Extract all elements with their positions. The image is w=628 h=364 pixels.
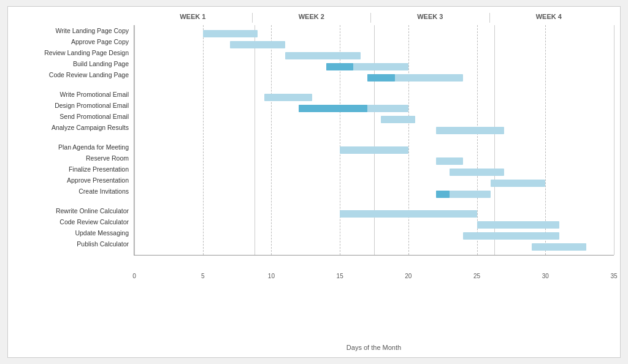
task-label: Design Promotional Email — [14, 100, 134, 111]
task-label: Approve Presentation — [14, 175, 134, 186]
gantt-bar — [436, 127, 505, 134]
task-label: Create Invitations — [14, 186, 134, 197]
gantt-bar-inner — [326, 63, 354, 70]
gantt-bar — [532, 243, 586, 251]
week-4-label: WEEK 4 — [490, 13, 608, 23]
gantt-bar — [491, 180, 545, 187]
task-label: Publish Calculator — [14, 238, 134, 249]
task-labels: Write Landing Page CopyApprove Page Copy… — [14, 25, 134, 256]
x-axis-label: Days of the Month — [134, 344, 614, 351]
gantt-bar — [450, 169, 504, 176]
x-tick-30: 30 — [542, 273, 549, 279]
task-label: Code Review Calculator — [14, 216, 134, 227]
task-label: Write Promotional Email — [14, 89, 134, 100]
task-label: Update Messaging — [14, 227, 134, 238]
task-label: Reserve Room — [14, 153, 134, 164]
week-header-row: WEEK 1 WEEK 2 WEEK 3 WEEK 4 — [134, 13, 608, 23]
gantt-bar — [299, 105, 408, 112]
gantt-bar — [230, 41, 285, 48]
task-label: Code Review Landing Page — [14, 69, 134, 80]
task-label: Send Promotional Email — [14, 111, 134, 122]
gantt-bar — [340, 210, 477, 218]
gantt-bar — [264, 94, 312, 101]
x-tick-10: 10 — [268, 273, 275, 279]
x-tick-35: 35 — [610, 273, 617, 279]
x-tick-20: 20 — [405, 273, 412, 279]
task-label: Finalize Presentation — [14, 164, 134, 175]
gantt-bar — [326, 63, 408, 70]
task-label: Rewrite Online Calculator — [14, 205, 134, 216]
gantt-bar-inner — [299, 105, 367, 112]
week-2-label: WEEK 2 — [253, 13, 372, 23]
task-label: Build Landing Page — [14, 58, 134, 69]
chart-body: Write Landing Page CopyApprove Page Copy… — [14, 25, 614, 340]
gantt-bar — [436, 191, 491, 198]
task-label: Plan Agenda for Meeting — [14, 142, 134, 153]
gantt-bar — [463, 232, 559, 240]
gantt-bar — [477, 221, 559, 229]
task-label: Write Landing Page Copy — [14, 25, 134, 36]
gantt-bars-area: 05101520253035 — [134, 25, 614, 256]
gantt-bar — [203, 30, 258, 37]
task-label: Approve Page Copy — [14, 36, 134, 47]
x-tick-5: 5 — [201, 273, 205, 279]
gantt-bar-inner — [436, 191, 450, 198]
week-1-label: WEEK 1 — [134, 13, 253, 23]
x-tick-25: 25 — [473, 273, 480, 279]
x-tick-0: 0 — [132, 273, 136, 279]
task-label: Analyze Campaign Results — [14, 122, 134, 133]
task-label: Review Landing Page Design — [14, 47, 134, 58]
gantt-bar — [340, 146, 408, 154]
gantt-bar — [367, 74, 463, 82]
gantt-bar — [436, 157, 464, 165]
gantt-bar-inner — [367, 74, 395, 82]
gantt-bar — [381, 116, 415, 123]
gantt-chart: WEEK 1 WEEK 2 WEEK 3 WEEK 4 Write Landin… — [7, 6, 621, 358]
gantt-bar — [285, 52, 361, 59]
week-3-label: WEEK 3 — [371, 13, 490, 23]
x-tick-15: 15 — [337, 273, 343, 279]
